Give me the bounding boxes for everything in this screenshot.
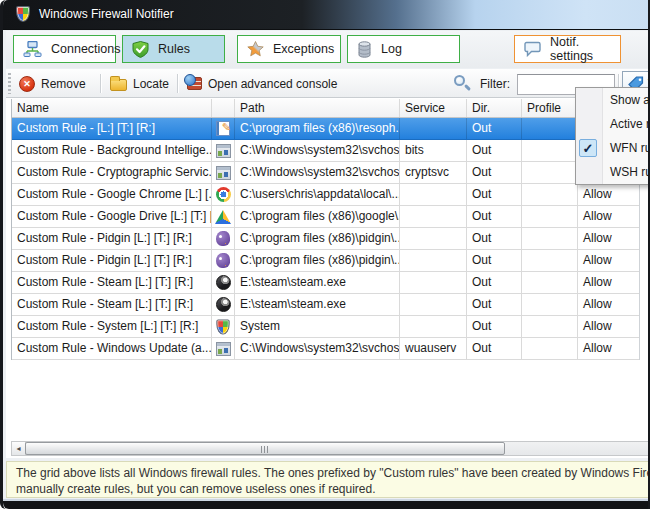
pidgin-icon bbox=[216, 253, 230, 268]
rule-dir: Out bbox=[467, 206, 522, 227]
table-row[interactable]: Custom Rule - Google Chrome [L:] [... C:… bbox=[12, 184, 639, 206]
table-row[interactable]: Custom Rule - Background Intellige... C:… bbox=[12, 140, 639, 162]
rule-name: Custom Rule - System [L:] [T:] [R:] bbox=[12, 316, 212, 337]
rules-grid-panel: Name Path Service Dir. Profile Custom Ru… bbox=[6, 98, 650, 458]
header-path[interactable]: Path bbox=[235, 99, 400, 117]
rule-path: C:\users\chris\appdata\local\... bbox=[235, 184, 400, 205]
tab-notif-settings[interactable]: Notif. settings bbox=[514, 35, 621, 63]
google-drive-icon bbox=[215, 210, 231, 224]
rule-service bbox=[400, 316, 467, 337]
menu-item-wfn-rules[interactable]: ✓ WFN rules bbox=[576, 136, 650, 160]
tab-rules[interactable]: Rules bbox=[122, 35, 225, 63]
rule-dir: Out bbox=[467, 118, 522, 139]
rule-path: C:\program files (x86)\google\... bbox=[235, 206, 400, 227]
chrome-icon bbox=[216, 187, 231, 202]
rule-name: Custom Rule - Google Chrome [L:] [... bbox=[12, 184, 212, 205]
rule-profile bbox=[522, 228, 578, 249]
rule-path: E:\steam\steam.exe bbox=[235, 294, 400, 315]
rule-service bbox=[400, 272, 467, 293]
titlebar[interactable]: Windows Firewall Notifier bbox=[3, 0, 650, 30]
notes-icon bbox=[216, 121, 230, 136]
header-profile[interactable]: Profile bbox=[522, 99, 578, 117]
menu-item-active-rules[interactable]: Active rules bbox=[576, 112, 650, 136]
scrollbar-thumb[interactable] bbox=[25, 442, 505, 455]
rule-dir: Out bbox=[467, 184, 522, 205]
tab-log[interactable]: Log bbox=[347, 35, 460, 63]
rule-profile bbox=[522, 184, 578, 205]
svchost-icon bbox=[216, 166, 231, 180]
rule-profile bbox=[522, 118, 578, 139]
rule-dir: Out bbox=[467, 162, 522, 183]
remove-label: Remove bbox=[41, 77, 86, 91]
star-icon bbox=[247, 41, 264, 57]
rule-service bbox=[400, 206, 467, 227]
rules-grid: Name Path Service Dir. Profile Custom Ru… bbox=[11, 99, 640, 360]
rule-name: Custom Rule - Pidgin [L:] [T:] [R:] bbox=[12, 228, 212, 249]
rule-path: C:\Windows\system32\svchos... bbox=[235, 140, 400, 161]
rule-name: Custom Rule - [L:] [T:] [R:] bbox=[12, 118, 212, 139]
rule-name: Custom Rule - Steam [L:] [T:] [R:] bbox=[12, 294, 212, 315]
rule-name: Custom Rule - Background Intellige... bbox=[12, 140, 212, 161]
speech-bubble-icon bbox=[524, 41, 541, 57]
scrollbar-left-arrow[interactable]: ◂ bbox=[12, 442, 26, 455]
tab-exceptions[interactable]: Exceptions bbox=[237, 35, 341, 63]
rule-name: Custom Rule - Google Drive [L:] [T:] [..… bbox=[12, 206, 212, 227]
console-label: Open advanced console bbox=[208, 77, 337, 91]
rule-path: C:\Windows\system32\svchos... bbox=[235, 162, 400, 183]
rule-action: Allow bbox=[578, 228, 640, 249]
table-row[interactable]: Custom Rule - Steam [L:] [T:] [R:] E:\st… bbox=[12, 272, 639, 294]
table-row[interactable]: Custom Rule - Pidgin [L:] [T:] [R:] C:\p… bbox=[12, 228, 639, 250]
tab-connections[interactable]: Connections bbox=[13, 35, 116, 63]
tab-label: Notif. settings bbox=[550, 35, 620, 63]
table-row[interactable]: Custom Rule - [L:] [T:] [R:] C:\program … bbox=[12, 118, 639, 140]
locate-button[interactable]: Locate bbox=[106, 72, 173, 95]
grid-header-row: Name Path Service Dir. Profile bbox=[12, 99, 639, 118]
table-row[interactable]: Custom Rule - Cryptographic Servic... C:… bbox=[12, 162, 639, 184]
rule-service bbox=[400, 228, 467, 249]
app-shield-icon bbox=[16, 6, 30, 22]
toolbar-grip bbox=[8, 73, 11, 94]
rule-dir: Out bbox=[467, 272, 522, 293]
rule-name: Custom Rule - Windows Update (a... bbox=[12, 338, 212, 359]
tab-label: Log bbox=[381, 42, 402, 56]
table-row[interactable]: Custom Rule - System [L:] [T:] [R:] Syst… bbox=[12, 316, 639, 338]
rule-dir: Out bbox=[467, 140, 522, 161]
svchost-icon bbox=[216, 342, 231, 356]
horizontal-scrollbar[interactable]: ◂ bbox=[11, 441, 650, 456]
app-window: Windows Firewall Notifier Connections bbox=[0, 0, 650, 509]
open-advanced-console-button[interactable]: Open advanced console bbox=[183, 72, 341, 95]
rule-path: C:\program files (x86)\resoph... bbox=[235, 118, 400, 139]
menu-item-show-all[interactable]: Show all bbox=[576, 88, 650, 112]
rule-service bbox=[400, 184, 467, 205]
remove-button[interactable]: ✕ Remove bbox=[15, 72, 90, 95]
rule-profile bbox=[522, 206, 578, 227]
rule-service bbox=[400, 294, 467, 315]
toolbar: ✕ Remove Locate Open advanced console Fi… bbox=[6, 69, 650, 98]
rule-service: cryptsvc bbox=[400, 162, 467, 183]
steam-icon bbox=[216, 275, 231, 290]
separator bbox=[177, 74, 178, 93]
rule-action: Allow bbox=[578, 338, 640, 359]
table-row[interactable]: Custom Rule - Windows Update (a... C:\Wi… bbox=[12, 338, 639, 360]
table-row[interactable]: Custom Rule - Pidgin [L:] [T:] [R:] C:\p… bbox=[12, 250, 639, 272]
tab-label: Exceptions bbox=[273, 42, 334, 56]
rule-name: Custom Rule - Cryptographic Servic... bbox=[12, 162, 212, 183]
header-icon-column[interactable] bbox=[212, 99, 235, 117]
menu-item-label: WFN rules bbox=[610, 141, 650, 155]
window-title: Windows Firewall Notifier bbox=[39, 7, 174, 21]
rule-name: Custom Rule - Pidgin [L:] [T:] [R:] bbox=[12, 250, 212, 271]
header-dir[interactable]: Dir. bbox=[467, 99, 522, 117]
menu-item-wsh-rules[interactable]: WSH rules bbox=[576, 160, 650, 184]
status-bar: The grid above lists all Windows firewal… bbox=[6, 461, 650, 498]
status-line-1: The grid above lists all Windows firewal… bbox=[16, 465, 650, 481]
rule-service bbox=[400, 118, 467, 139]
rule-path: E:\steam\steam.exe bbox=[235, 272, 400, 293]
header-service[interactable]: Service bbox=[400, 99, 467, 117]
header-name[interactable]: Name bbox=[12, 99, 212, 117]
table-row[interactable]: Custom Rule - Google Drive [L:] [T:] [..… bbox=[12, 206, 639, 228]
table-row[interactable]: Custom Rule - Steam [L:] [T:] [R:] E:\st… bbox=[12, 294, 639, 316]
checkmark-icon: ✓ bbox=[579, 139, 597, 157]
rule-action: Allow bbox=[578, 294, 640, 315]
rule-action: Allow bbox=[578, 206, 640, 227]
rule-service: wuauserv bbox=[400, 338, 467, 359]
